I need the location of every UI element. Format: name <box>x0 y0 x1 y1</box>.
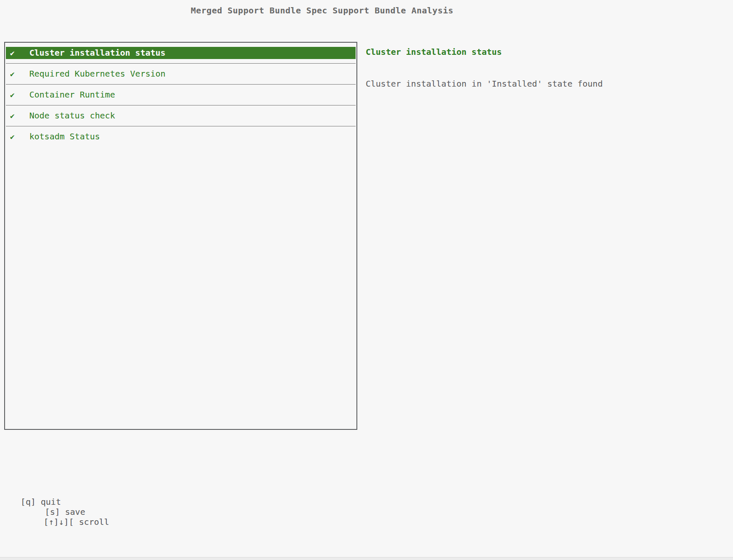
detail-message: Cluster installation in 'Installed' stat… <box>366 79 603 89</box>
list-item-kotsadm-status[interactable]: ✔ kotsadm Status <box>6 131 356 143</box>
analyzer-list[interactable]: ✔ Cluster installation status ✔ Required… <box>4 42 357 430</box>
list-item-label: Cluster installation status <box>29 47 165 59</box>
list-separator <box>6 84 356 85</box>
page-title: Merged Support Bundle Spec Support Bundl… <box>0 5 644 15</box>
window-bottom-edge <box>0 557 733 560</box>
save-hint: [s] save <box>45 507 85 517</box>
list-item-node-status-check[interactable]: ✔ Node status check <box>6 110 356 122</box>
list-separator <box>6 63 356 64</box>
detail-heading: Cluster installation status <box>366 47 502 57</box>
list-item-label: Required Kubernetes Version <box>29 68 165 80</box>
list-separator <box>6 126 356 126</box>
footer-keyboard-hints: [q] quit [s] save [↑]↓][ scroll <box>10 487 109 527</box>
list-item-required-kubernetes-version[interactable]: ✔ Required Kubernetes Version <box>6 68 356 80</box>
list-item-cluster-installation-status[interactable]: ✔ Cluster installation status <box>6 47 356 59</box>
check-icon: ✔ <box>10 131 19 143</box>
check-icon: ✔ <box>10 89 19 101</box>
quit-hint: [q] quit <box>21 497 61 507</box>
list-item-label: Container Runtime <box>29 89 115 101</box>
list-item-container-runtime[interactable]: ✔ Container Runtime <box>6 89 356 101</box>
list-item-label: Node status check <box>29 110 115 122</box>
list-item-label: kotsadm Status <box>29 131 100 143</box>
check-icon: ✔ <box>10 110 19 122</box>
list-separator <box>6 105 356 105</box>
check-icon: ✔ <box>10 47 19 59</box>
scroll-hint: [↑]↓][ scroll <box>44 517 109 527</box>
check-icon: ✔ <box>10 68 19 80</box>
